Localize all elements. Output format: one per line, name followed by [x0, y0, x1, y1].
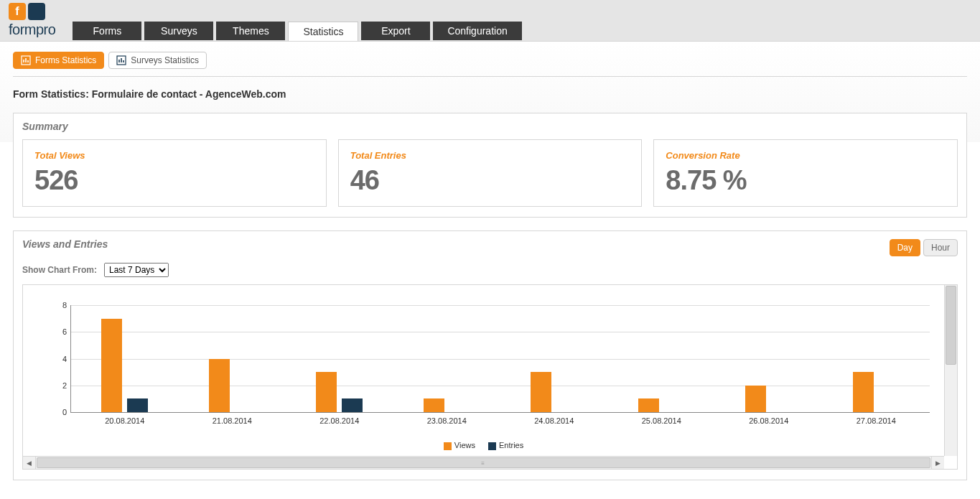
card-total-entries-label: Total Entries — [350, 150, 630, 161]
subtab-surveys-label: Surveys Statistics — [131, 55, 199, 65]
chart-bar-entries — [342, 398, 363, 412]
scroll-track-horizontal[interactable]: ≡ — [36, 457, 931, 469]
chart-bar-views — [316, 372, 337, 412]
nav-tab-themes[interactable]: Themes — [216, 22, 285, 40]
chart-bar-views — [745, 386, 766, 412]
chart-gridline — [71, 305, 930, 306]
chart-x-tick: 22.08.2014 — [319, 416, 359, 425]
brand-logo: f formpro — [9, 3, 55, 41]
chart-panel-header: Views and Entries Day Hour — [22, 238, 958, 257]
chart-icon — [21, 55, 31, 65]
chart-filter-label: Show Chart From: — [22, 265, 97, 275]
chart-plot: 0246820.08.201421.08.201422.08.201423.08… — [70, 305, 930, 413]
chart-horizontal-scrollbar[interactable]: ◀ ≡ ▶ — [23, 456, 944, 469]
logo-f-block: f — [9, 3, 26, 20]
chart-legend: Views Entries — [23, 441, 944, 450]
statistics-subtabs: Forms Statistics Surveys Statistics — [13, 52, 967, 77]
scroll-thumb-vertical[interactable] — [946, 286, 956, 365]
main-nav: Forms Surveys Themes Statistics Export C… — [73, 22, 521, 41]
chart-y-tick: 6 — [52, 327, 67, 336]
scroll-right-icon[interactable]: ▶ — [931, 457, 944, 469]
card-total-entries: Total Entries 46 — [338, 139, 643, 207]
chart-x-tick: 27.08.2014 — [857, 416, 896, 425]
scroll-thumb-horizontal[interactable]: ≡ — [37, 457, 930, 468]
chart-panel: Views and Entries Day Hour Show Chart Fr… — [13, 230, 967, 480]
chart-bar-views — [638, 398, 659, 412]
legend-label-entries: Entries — [499, 441, 523, 449]
legend-swatch-entries — [488, 442, 496, 450]
chart-y-tick: 2 — [52, 381, 67, 390]
chart-x-tick: 25.08.2014 — [642, 416, 681, 425]
nav-tab-configuration[interactable]: Configuration — [433, 22, 521, 40]
chart-gridline — [71, 332, 930, 332]
logo-square-block — [28, 3, 45, 20]
chart-bar-entries — [127, 398, 148, 412]
chart-y-tick: 8 — [52, 301, 67, 309]
summary-title: Summary — [22, 121, 958, 132]
subtab-surveys-statistics[interactable]: Surveys Statistics — [108, 52, 207, 69]
card-total-views-value: 526 — [34, 165, 314, 196]
chart-gridline — [71, 359, 930, 360]
chart-x-tick: 20.08.2014 — [105, 416, 144, 425]
chart-x-tick: 21.08.2014 — [213, 416, 252, 425]
summary-grid: Total Views 526 Total Entries 46 Convers… — [22, 139, 958, 207]
card-conversion-value: 8.75 % — [666, 165, 946, 196]
chart-panel-title: Views and Entries — [22, 238, 108, 250]
chart-icon — [116, 55, 126, 65]
chart-bar-views — [424, 398, 444, 412]
chart-gridline — [71, 386, 930, 386]
chart-range-select[interactable]: Last 7 Days — [104, 263, 169, 277]
scroll-grip-icon: ≡ — [481, 460, 486, 466]
logo-mark: f — [9, 3, 45, 20]
card-total-entries-value: 46 — [350, 165, 630, 196]
nav-tab-surveys[interactable]: Surveys — [144, 22, 213, 40]
subtab-forms-statistics[interactable]: Forms Statistics — [13, 52, 104, 69]
chart-bar-views — [853, 372, 874, 412]
chart-area: 0246820.08.201421.08.201422.08.201423.08… — [23, 285, 944, 456]
legend-item-views: Views — [444, 441, 475, 450]
subtab-forms-label: Forms Statistics — [35, 55, 96, 65]
chart-y-tick: 4 — [52, 355, 67, 363]
nav-tab-export[interactable]: Export — [361, 22, 430, 40]
chart-container: 0246820.08.201421.08.201422.08.201423.08… — [22, 284, 958, 470]
brand-name: formpro — [9, 22, 55, 38]
chart-y-tick: 0 — [52, 408, 67, 416]
chart-x-tick: 23.08.2014 — [427, 416, 467, 425]
content-area: Forms Statistics Surveys Statistics Form… — [0, 42, 980, 499]
card-total-views-label: Total Views — [34, 150, 314, 161]
chart-bar-views — [101, 319, 122, 412]
card-conversion-rate: Conversion Rate 8.75 % — [653, 139, 958, 207]
legend-label-views: Views — [454, 441, 475, 449]
chart-x-tick: 26.08.2014 — [749, 416, 788, 425]
chart-vertical-scrollbar[interactable]: ▲ — [944, 285, 957, 456]
chart-filter-row: Show Chart From: Last 7 Days — [22, 263, 958, 277]
chart-bar-views — [209, 359, 230, 413]
chart-bar-views — [531, 372, 551, 412]
toggle-day-button[interactable]: Day — [890, 239, 920, 256]
page-title: Form Statistics: Formulaire de contact -… — [13, 88, 967, 100]
legend-item-entries: Entries — [488, 441, 523, 450]
card-total-views: Total Views 526 — [22, 139, 327, 207]
summary-panel: Summary Total Views 526 Total Entries 46… — [13, 113, 967, 218]
app-header: f formpro Forms Surveys Themes Statistic… — [0, 0, 980, 42]
chart-x-tick: 24.08.2014 — [534, 416, 574, 425]
toggle-hour-button[interactable]: Hour — [923, 239, 958, 256]
scroll-left-icon[interactable]: ◀ — [23, 457, 36, 469]
legend-swatch-views — [444, 442, 452, 450]
nav-tab-statistics[interactable]: Statistics — [288, 22, 358, 41]
granularity-toggle: Day Hour — [890, 239, 958, 256]
nav-tab-forms[interactable]: Forms — [73, 22, 141, 40]
card-conversion-label: Conversion Rate — [666, 150, 946, 161]
